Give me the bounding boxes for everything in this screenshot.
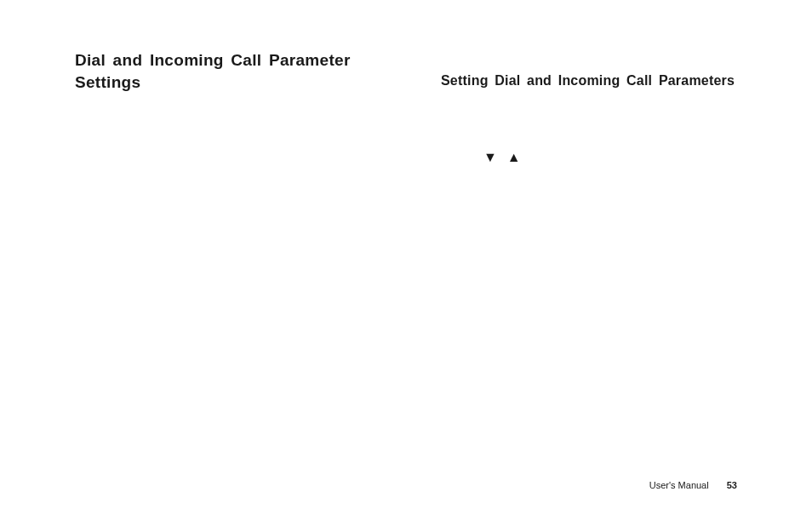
section-title: Dial and Incoming Call Parameter Setting… [75, 49, 407, 93]
arrow-icons-row: ▼ ▲ [441, 150, 737, 165]
footer-page-number: 53 [727, 480, 737, 490]
page-footer: User's Manual 53 [649, 480, 737, 490]
up-triangle-icon: ▲ [507, 150, 521, 165]
sub-section-title: Setting Dial and Incoming Call Parameter… [441, 73, 737, 89]
manual-page: Dial and Incoming Call Parameter Setting… [0, 0, 812, 526]
right-column: Setting Dial and Incoming Call Parameter… [441, 49, 737, 165]
down-triangle-icon: ▼ [483, 150, 497, 165]
footer-label: User's Manual [649, 480, 709, 490]
left-column: Dial and Incoming Call Parameter Setting… [75, 49, 407, 165]
two-column-layout: Dial and Incoming Call Parameter Setting… [75, 49, 737, 165]
